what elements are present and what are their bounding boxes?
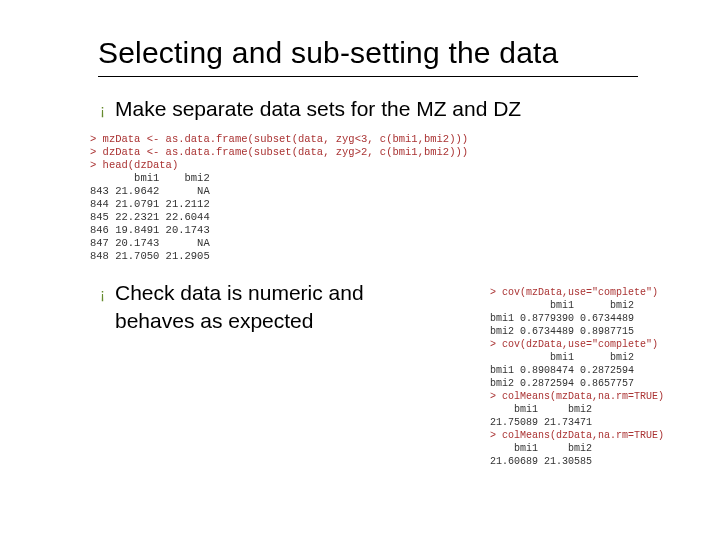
code1-l7: 845 22.2321 22.6044: [90, 211, 210, 223]
code1-l6: 844 21.0791 21.2112: [90, 198, 210, 210]
code2-l6: bmi1 bmi2: [490, 352, 634, 363]
code2-l3: bmi1 0.8779390 0.6734489: [490, 313, 634, 324]
code2-l10: bmi1 bmi2: [490, 404, 592, 415]
code2-l4: bmi2 0.6734489 0.8987715: [490, 326, 634, 337]
code2-l8: bmi2 0.2872594 0.8657757: [490, 378, 634, 389]
code1-l8: 846 19.8491 20.1743: [90, 224, 210, 236]
code1-l2: > dzData <- as.data.frame(subset(data, z…: [90, 146, 468, 158]
bullet-marker: ¡: [100, 281, 105, 307]
code2-l12: > colMeans(dzData,na.rm=TRUE): [490, 430, 664, 441]
code2-l2: bmi1 bmi2: [490, 300, 634, 311]
code-block-2: > cov(mzData,use="complete") bmi1 bmi2 b…: [490, 286, 664, 468]
code2-l11: 21.75089 21.73471: [490, 417, 592, 428]
bullet-1-text: Make separate data sets for the MZ and D…: [115, 95, 521, 123]
code2-l1: > cov(mzData,use="complete"): [490, 287, 658, 298]
code2-l9: > colMeans(mzData,na.rm=TRUE): [490, 391, 664, 402]
code1-l1: > mzData <- as.data.frame(subset(data, z…: [90, 133, 468, 145]
code-block-1: > mzData <- as.data.frame(subset(data, z…: [90, 133, 664, 263]
code2-l13: bmi1 bmi2: [490, 443, 592, 454]
code2-l7: bmi1 0.8908474 0.2872594: [490, 365, 634, 376]
code1-l5: 843 21.9642 NA: [90, 185, 210, 197]
bullet-1: ¡ Make separate data sets for the MZ and…: [100, 95, 664, 123]
slide-title: Selecting and sub-setting the data: [98, 36, 664, 70]
code1-l10: 848 21.7050 21.2905: [90, 250, 210, 262]
code2-l5: > cov(dzData,use="complete"): [490, 339, 658, 350]
code1-l4: bmi1 bmi2: [90, 172, 210, 184]
title-rule: [98, 76, 638, 77]
code1-l3: > head(dzData): [90, 159, 178, 171]
bullet-marker: ¡: [100, 97, 105, 123]
bullet-2-text: Check data is numeric and behaves as exp…: [115, 279, 415, 335]
code2-l14: 21.60689 21.30585: [490, 456, 592, 467]
code1-l9: 847 20.1743 NA: [90, 237, 210, 249]
